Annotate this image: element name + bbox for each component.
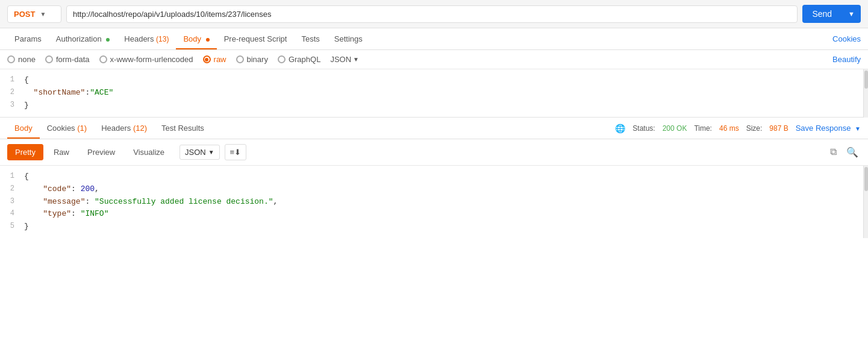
response-header: Body Cookies (1) Headers (12) Test Resul… [0, 118, 868, 139]
save-response-chevron-icon: ▼ [855, 125, 861, 132]
json-format-select[interactable]: JSON ▼ [330, 55, 359, 64]
tab-settings[interactable]: Settings [327, 28, 370, 49]
tab-params[interactable]: Params [7, 28, 49, 49]
size-value: 987 B [769, 124, 788, 133]
response-json-select[interactable]: JSON ▼ [180, 145, 220, 160]
pretty-button[interactable]: Pretty [7, 144, 43, 160]
req-line-2: 2 "shortName":"ACE" [0, 87, 868, 99]
graphql-radio[interactable] [278, 55, 286, 63]
response-tab-test-results[interactable]: Test Results [154, 118, 211, 139]
raw-button[interactable]: Raw [46, 144, 77, 160]
option-raw[interactable]: raw [203, 55, 226, 64]
option-graphql[interactable]: GraphQL [278, 55, 320, 64]
request-tabs-row: Params Authorization Headers (13) Body P… [0, 28, 868, 50]
option-urlencoded[interactable]: x-www-form-urlencoded [99, 55, 193, 64]
preview-button[interactable]: Preview [80, 144, 123, 160]
response-options-row: Pretty Raw Preview Visualize JSON ▼ ≡⬇ ⧉… [0, 139, 868, 166]
method-chevron-icon: ▼ [40, 11, 46, 17]
time-value: 46 ms [719, 124, 739, 133]
request-scrollbar-track [863, 69, 868, 118]
beautify-button[interactable]: Beautify [832, 55, 861, 64]
size-label: Size: [746, 124, 763, 133]
url-input[interactable] [66, 5, 798, 23]
tab-authorization[interactable]: Authorization [49, 28, 117, 49]
none-radio[interactable] [7, 55, 15, 63]
send-chevron-icon[interactable]: ▼ [842, 10, 861, 17]
filter-button[interactable]: ≡⬇ [225, 144, 247, 160]
send-button[interactable]: Send ▼ [802, 5, 861, 23]
body-dot [206, 38, 210, 42]
urlencoded-radio[interactable] [99, 55, 107, 63]
tabs-right: Cookies [832, 34, 861, 43]
authorization-dot [106, 38, 110, 42]
filter-icon: ≡⬇ [230, 148, 242, 157]
response-scrollbar-track [863, 166, 868, 238]
time-label: Time: [694, 124, 712, 133]
resp-line-2: 2 "code": 200, [0, 183, 868, 196]
option-none[interactable]: none [7, 55, 36, 64]
copy-icon[interactable]: ⧉ [828, 144, 839, 160]
visualize-button[interactable]: Visualize [125, 144, 172, 160]
resp-line-3: 3 "message": "Successfully added license… [0, 196, 868, 209]
response-editor-wrapper: 1 { 2 "code": 200, 3 "message": "Success… [0, 166, 868, 238]
response-tab-body[interactable]: Body [7, 118, 40, 139]
response-tab-cookies[interactable]: Cookies (1) [40, 118, 94, 139]
req-line-1: 1 { [0, 74, 868, 87]
method-select[interactable]: POST ▼ [7, 5, 61, 23]
search-icon[interactable]: 🔍 [844, 144, 861, 160]
globe-icon: 🌐 [615, 124, 625, 133]
resp-line-5: 5 } [0, 221, 868, 233]
json-format-chevron-icon: ▼ [353, 56, 359, 63]
option-form-data[interactable]: form-data [45, 55, 90, 64]
resp-line-1: 1 { [0, 171, 868, 183]
response-body-editor[interactable]: 1 { 2 "code": 200, 3 "message": "Success… [0, 166, 868, 238]
method-label: POST [14, 10, 35, 19]
save-response-button[interactable]: Save Response ▼ [796, 124, 861, 133]
body-options-row: none form-data x-www-form-urlencoded raw… [0, 50, 868, 69]
resp-line-4: 4 "type": "INFO" [0, 208, 868, 221]
response-scrollbar-thumb[interactable] [864, 167, 868, 191]
tab-pre-request[interactable]: Pre-request Script [217, 28, 295, 49]
response-json-chevron-icon: ▼ [208, 149, 214, 156]
raw-radio[interactable] [203, 55, 211, 63]
form-data-radio[interactable] [45, 55, 53, 63]
req-line-3: 3 } [0, 99, 868, 112]
send-button-label: Send [802, 9, 841, 19]
request-editor-wrapper: 1 { 2 "shortName":"ACE" 3 } [0, 69, 868, 118]
top-bar: POST ▼ Send ▼ [0, 0, 868, 28]
status-label: Status: [632, 124, 655, 133]
response-tab-headers[interactable]: Headers (12) [94, 118, 154, 139]
response-meta: 🌐 Status: 200 OK Time: 46 ms Size: 987 B… [615, 124, 861, 133]
request-body-editor[interactable]: 1 { 2 "shortName":"ACE" 3 } [0, 69, 868, 118]
cookies-link[interactable]: Cookies [832, 34, 861, 43]
tab-tests[interactable]: Tests [294, 28, 326, 49]
option-binary[interactable]: binary [236, 55, 268, 64]
binary-radio[interactable] [236, 55, 244, 63]
request-scrollbar-thumb[interactable] [864, 71, 868, 89]
response-actions: ⧉ 🔍 [828, 144, 861, 160]
status-value: 200 OK [663, 124, 687, 133]
tab-body[interactable]: Body [176, 28, 216, 49]
tab-headers[interactable]: Headers (13) [117, 28, 176, 49]
